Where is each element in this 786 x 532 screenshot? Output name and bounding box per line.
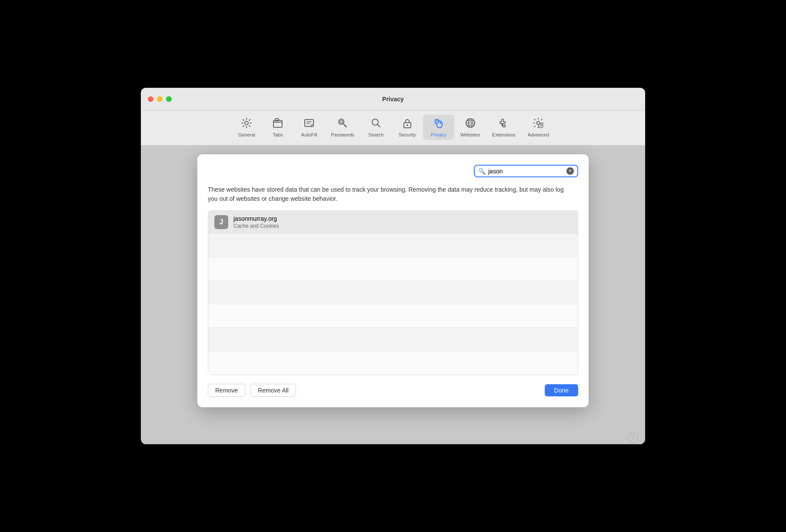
empty-row-5 <box>208 328 578 351</box>
empty-row-6 <box>208 351 578 375</box>
security-label: Security <box>399 132 416 137</box>
lock-icon <box>402 117 413 130</box>
done-button[interactable]: Done <box>545 384 578 396</box>
close-button[interactable] <box>148 96 153 102</box>
site-detail: Cache and Cookies <box>233 223 279 229</box>
search-bar-row: 🔍 ✕ <box>208 165 578 177</box>
svg-rect-1 <box>273 120 282 127</box>
minimize-button[interactable] <box>157 96 163 102</box>
autofill-icon <box>303 117 315 130</box>
toolbar-item-passwords[interactable]: Passwords <box>325 115 360 140</box>
website-row[interactable]: J jasonmurray.org Cache and Cookies <box>208 211 578 234</box>
mac-window: Privacy General Tabs <box>141 88 645 444</box>
window-title: Privacy <box>382 96 404 103</box>
maximize-button[interactable] <box>166 96 172 102</box>
passwords-label: Passwords <box>331 132 354 137</box>
general-label: General <box>238 132 255 137</box>
tabs-label: Tabs <box>273 132 283 137</box>
gear-icon <box>241 117 252 130</box>
toolbar-item-security[interactable]: Security <box>392 115 423 140</box>
search-icon <box>370 117 382 130</box>
empty-row-4 <box>208 304 578 328</box>
toolbar-item-advanced[interactable]: Advanced <box>522 115 555 140</box>
svg-rect-2 <box>275 119 279 121</box>
search-input[interactable] <box>488 168 566 175</box>
svg-point-0 <box>245 121 248 125</box>
title-bar: Privacy <box>141 88 645 110</box>
toolbar-item-tabs[interactable]: Tabs <box>262 115 293 140</box>
empty-row-2 <box>208 257 578 281</box>
website-list: J jasonmurray.org Cache and Cookies <box>208 210 578 375</box>
svg-point-7 <box>340 120 343 123</box>
empty-row-3 <box>208 281 578 304</box>
toolbar-item-search[interactable]: Search <box>360 115 392 140</box>
toolbar: General Tabs AutoFill <box>141 110 645 146</box>
toolbar-item-extensions[interactable]: Extensions <box>486 115 522 140</box>
tabs-icon <box>272 117 283 130</box>
globe-icon <box>465 117 476 130</box>
content-area: 🔍 ✕ These websites have stored data that… <box>141 146 645 444</box>
window-controls <box>148 96 172 102</box>
advanced-label: Advanced <box>528 132 549 137</box>
search-input-wrapper: 🔍 ✕ <box>474 165 578 177</box>
privacy-label: Privacy <box>431 132 446 137</box>
svg-point-10 <box>406 124 408 126</box>
site-name: jasonmurray.org <box>233 215 279 222</box>
key-icon <box>337 117 348 130</box>
toolbar-item-privacy[interactable]: Privacy <box>423 115 454 140</box>
toolbar-item-autofill[interactable]: AutoFill <box>293 115 325 140</box>
privacy-modal: 🔍 ✕ These websites have stored data that… <box>197 154 589 407</box>
remove-all-button[interactable]: Remove All <box>250 384 296 397</box>
empty-row-1 <box>208 234 578 257</box>
button-group-left: Remove Remove All <box>208 384 296 397</box>
hand-icon <box>433 117 444 130</box>
search-label: Search <box>369 132 384 137</box>
help-button[interactable]: ? <box>628 432 638 443</box>
autofill-label: AutoFill <box>301 132 317 137</box>
site-info: jasonmurray.org Cache and Cookies <box>233 215 279 229</box>
search-icon-inline: 🔍 <box>478 168 486 175</box>
site-avatar: J <box>214 215 228 229</box>
puzzle-icon <box>498 117 510 130</box>
search-clear-button[interactable]: ✕ <box>566 167 574 175</box>
advanced-gear-icon <box>533 117 544 130</box>
remove-button[interactable]: Remove <box>208 384 245 397</box>
toolbar-item-general[interactable]: General <box>231 115 262 140</box>
extensions-label: Extensions <box>492 132 516 137</box>
toolbar-item-websites[interactable]: Websites <box>454 115 486 140</box>
button-row: Remove Remove All Done <box>208 384 578 397</box>
websites-label: Websites <box>460 132 480 137</box>
description-text: These websites have stored data that can… <box>208 185 564 203</box>
